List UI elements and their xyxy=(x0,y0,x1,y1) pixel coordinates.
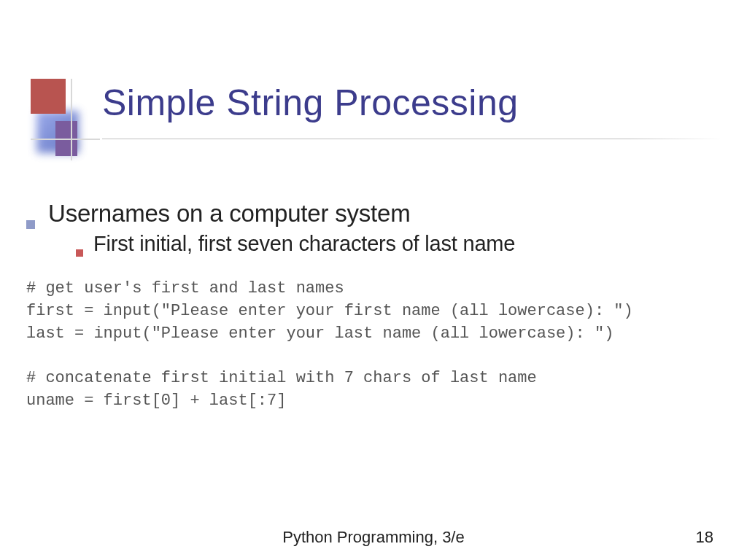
title-underline xyxy=(102,139,722,139)
square-bullet-icon xyxy=(26,220,35,229)
footer-text: Python Programming, 3/e xyxy=(282,528,464,547)
slide: Simple String Processing Usernames on a … xyxy=(0,0,747,560)
logo-horizontal-line xyxy=(31,139,100,140)
logo-red-square xyxy=(31,79,66,114)
code-block: # get user's first and last names first … xyxy=(26,278,721,413)
sub-bullet-item: First initial, first seven characters of… xyxy=(26,232,721,256)
slide-content: Usernames on a computer system First ini… xyxy=(0,153,747,413)
sub-bullet-text: First initial, first seven characters of… xyxy=(93,232,515,256)
slide-footer: Python Programming, 3/e xyxy=(0,528,747,547)
square-bullet-icon xyxy=(76,249,83,257)
slide-header: Simple String Processing xyxy=(0,0,747,153)
page-number: 18 xyxy=(696,528,713,547)
logo-graphic xyxy=(31,79,83,160)
bullet-text: Usernames on a computer system xyxy=(48,200,411,228)
bullet-item: Usernames on a computer system xyxy=(26,200,721,228)
logo-vertical-line xyxy=(71,79,72,160)
slide-title: Simple String Processing xyxy=(102,82,519,124)
